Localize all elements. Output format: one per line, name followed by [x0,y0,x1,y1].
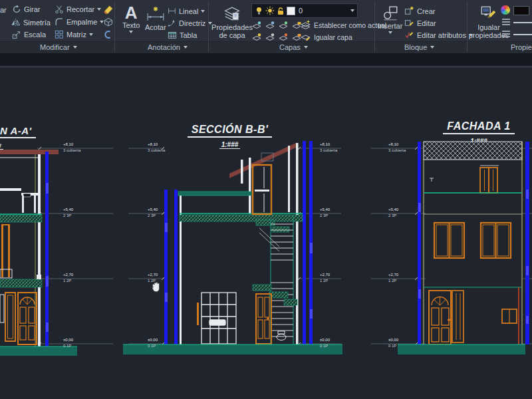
level-label: +5,402 3P [388,207,398,217]
layer-lock-icon[interactable] [292,21,301,30]
wall-inner [288,146,290,212]
rotate-icon [12,5,21,14]
hand-icon [150,280,162,293]
level-label: +2,701 2P [388,273,398,283]
seccion-a-drawing [0,123,113,372]
level-label: ±0,000 1P [388,338,398,348]
layer-unlock-icon[interactable] [292,33,301,42]
mirror-button[interactable]: Simetría [11,17,51,27]
pan-hand-cursor [150,280,162,296]
insert-block-button[interactable]: Insertar [378,5,402,34]
layer-off-icon[interactable] [265,21,275,30]
arched-door [18,293,37,344]
level-label: +2,701 2P [320,273,330,283]
lineweight-sample[interactable] [513,22,532,23]
roof-sloped [229,142,297,178]
panel-anotacion[interactable]: Anotación [148,43,188,51]
erase-button[interactable] [103,4,114,15]
color-wheel-icon[interactable] [501,5,510,15]
chevron-down-icon [89,33,93,36]
array-button[interactable]: Matriz [55,30,93,39]
layer-name: 0 [299,7,303,15]
layer-dropdown[interactable]: 0 [251,3,358,18]
match-properties-icon [479,4,498,23]
panel-propiedades[interactable]: Propie [511,43,532,51]
panel-modificar[interactable]: Modificar [40,43,77,51]
panel-separator [114,1,115,52]
chevron-down-icon [129,31,133,33]
offset-icon [102,29,113,40]
table-button[interactable]: Tabla [168,31,197,40]
parapet-hatch [424,142,522,160]
layer-thaw-icon[interactable] [265,33,275,42]
blue-bar [525,142,529,344]
small-window [502,309,517,323]
edit-attributes-icon [404,30,414,40]
scale-icon [12,30,21,39]
set-current-layer-button[interactable]: Establecer como actual [301,20,386,30]
panel-bloque[interactable]: Bloque [404,43,434,51]
furniture [0,295,4,323]
trim-button[interactable]: Recortar [55,5,101,14]
panel-separator [467,1,467,52]
stair-landing [256,220,275,225]
match-layer-button[interactable]: Igualar capa [301,32,352,42]
layer-properties-icon [223,5,241,23]
edit-attributes-button[interactable]: Editar atributos [404,30,473,40]
door-leaf [5,293,15,341]
dimension-button[interactable]: Acotar [145,5,166,31]
layer-sun-icon[interactable] [279,33,288,42]
fillet-button[interactable]: Empalme [55,17,104,27]
window-2 [481,223,511,258]
beam [0,188,21,191]
seccion-b-drawing [123,123,342,372]
layer-color-swatch [287,7,295,15]
lower-door [256,294,271,344]
linetype-icon[interactable] [502,31,510,37]
ribbon: ar Girar Recortar Simetría Empalme Escal… [0,0,532,53]
leader-button[interactable]: Directriz [168,19,212,27]
insert-block-icon [382,5,399,22]
layer-isolate-icon[interactable] [279,21,288,30]
rotate-button[interactable]: Girar [12,5,40,14]
stair-landing [253,285,271,291]
edit-block-button[interactable]: Editar [404,18,436,28]
cut-button-label[interactable]: ar [0,6,7,14]
window-1 [434,223,464,258]
layer-properties-button[interactable]: Propiedades de capa [211,5,253,39]
text-icon: A [125,4,138,21]
layer-on-icon[interactable] [252,33,261,42]
level-label: +8,103 cubierta [320,142,337,152]
ceiling-slab [178,192,251,196]
column [241,160,243,184]
dim-lines [37,148,113,344]
linear-dim-button[interactable]: Lineal [168,7,205,15]
frame-strip [197,303,199,325]
lineweight-icon[interactable] [502,19,510,25]
layer-tool-row-2 [252,33,301,42]
ribbon-shadow-strip [0,53,532,66]
ribbon-panel-label-bar [0,41,532,54]
level-label: +5,402 3P [320,207,330,217]
linetype-sample[interactable] [513,34,532,35]
color-swatch-black[interactable] [513,6,529,15]
level-label: +8,103 cubierta [388,142,406,152]
dim-ticks [415,147,418,345]
chevron-down-icon [388,31,392,34]
column [249,158,251,214]
wall-white [38,154,41,346]
panel-capas[interactable]: Capas [279,43,308,51]
create-block-icon [404,6,414,16]
level-label: ±0,000 1P [63,338,73,348]
scale-button[interactable]: Escala [12,30,46,39]
toilet [277,331,286,340]
set-current-layer-icon [301,20,311,30]
lightbulb-icon [255,6,263,15]
offset-button[interactable] [102,29,113,40]
door-sidelight [452,291,464,342]
copy-button[interactable] [103,17,114,27]
text-button[interactable]: A Texto [122,4,140,33]
layer-freeze-icon[interactable] [252,21,261,30]
create-block-button[interactable]: Crear [404,6,436,16]
ground-slab [0,346,77,356]
